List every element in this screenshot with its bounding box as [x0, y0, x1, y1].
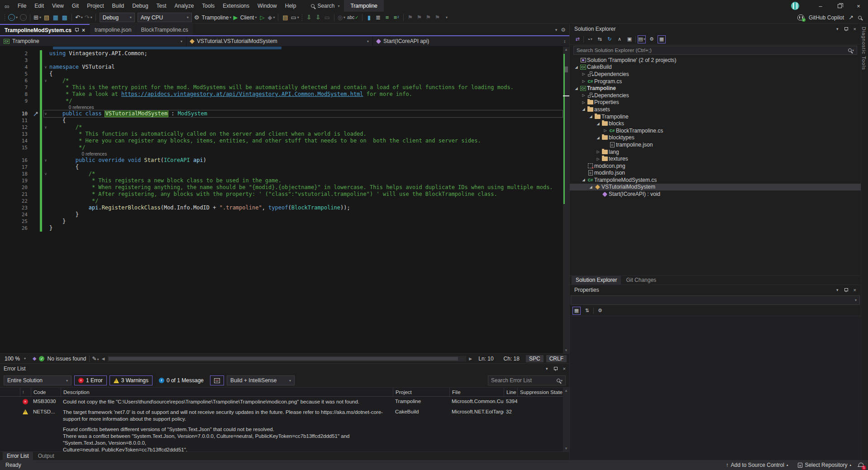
tree-item[interactable]: ▷Dependencies [570, 71, 861, 78]
pin-icon[interactable] [75, 28, 79, 32]
tree-item[interactable]: ▷textures [570, 155, 861, 162]
expander-icon[interactable]: ▷ [581, 93, 587, 97]
error-search-input[interactable]: Search Error List ▾ [488, 375, 566, 385]
refresh-icon[interactable]: ↻ [606, 35, 614, 43]
chevron-down-icon[interactable]: ▾ [836, 27, 839, 31]
close-icon[interactable]: × [82, 27, 85, 33]
menu-analyze[interactable]: Analyze [171, 0, 198, 12]
breadcrumb-project[interactable]: C# Trampoline ▾ [0, 36, 186, 46]
tab-git-changes[interactable]: Git Changes [622, 276, 660, 285]
errors-filter-button[interactable]: × 1 Error [74, 375, 107, 385]
fold-chevron-icon[interactable] [42, 138, 49, 144]
expander-icon[interactable]: ◢ [595, 122, 601, 126]
expander-icon[interactable]: ▷ [602, 128, 608, 133]
scroll-up-icon[interactable]: ▲ [563, 389, 569, 393]
codelens-row[interactable]: 0 references [12, 151, 563, 157]
fold-chevron-icon[interactable] [42, 84, 49, 91]
new-project-icon[interactable]: ⊞▾ [33, 13, 42, 23]
feedback-icon[interactable] [858, 16, 862, 19]
editor-vertical-scrollbar[interactable]: ▲ ▼ [563, 47, 569, 353]
startup-project-dropdown[interactable]: ⚙ Trampoline▾ [193, 13, 233, 23]
error-list-scrollbar[interactable]: ▲ ▼ [563, 388, 569, 451]
breadcrumb-type[interactable]: VSTutorial.VSTutorialModSystem ▾ [186, 36, 373, 46]
solution-platform-dropdown[interactable]: Any CPU▾ [138, 13, 192, 22]
space-mode-indicator[interactable]: SPC [526, 355, 544, 362]
caret-navigate-icon[interactable]: ▮ [365, 13, 374, 23]
share-icon[interactable]: ↗ [849, 13, 854, 23]
tree-item[interactable]: ◢C#TrampolineModSystem.cs [570, 176, 861, 184]
tree-item[interactable]: Start(ICoreAPI) : void [570, 190, 861, 198]
scroll-up-icon[interactable]: ▲ [563, 47, 569, 52]
maximize-button[interactable] [830, 0, 849, 12]
menu-edit[interactable]: Edit [30, 0, 48, 12]
document-tab[interactable]: BlockTrampoline.cs [136, 24, 192, 35]
expander-icon[interactable]: ◢ [581, 107, 587, 111]
copy-icon[interactable]: ▣ [625, 35, 634, 43]
indent-decrease-icon[interactable]: ≡ [383, 13, 392, 23]
fold-chevron-icon[interactable] [42, 91, 49, 98]
close-icon[interactable]: × [854, 26, 856, 32]
warnings-filter-button[interactable]: 3 Warnings [110, 375, 153, 385]
tree-item[interactable]: modicon.png [570, 162, 861, 170]
collapse-all-icon[interactable]: ∧ [615, 35, 624, 43]
attach-to-process-icon[interactable]: ⇩ [305, 13, 314, 23]
tree-item[interactable]: ▷Properties [570, 99, 861, 106]
menu-git[interactable]: Git [68, 0, 83, 12]
error-row[interactable]: NETSD...The target framework 'net7.0' is… [0, 407, 569, 424]
editor-horizontal-scrollbar[interactable] [108, 356, 467, 361]
bookmark-next-icon[interactable]: ⚑ [424, 13, 433, 23]
quick-actions-icon[interactable] [33, 112, 38, 116]
toolbar-overflow-icon[interactable]: ▾ [442, 13, 451, 23]
scroll-down-icon[interactable]: ▼ [563, 348, 569, 352]
fold-chevron-icon[interactable]: ∨ [42, 77, 49, 84]
tree-item[interactable]: {}trampoline.json [570, 141, 861, 148]
tree-item[interactable]: ◢blocktypes [570, 134, 861, 142]
tree-item[interactable]: ▷lang [570, 148, 861, 156]
fold-chevron-icon[interactable] [42, 98, 49, 104]
tree-item[interactable]: ◢C#CakeBuild [570, 64, 861, 71]
tree-item[interactable]: ▷Dependencies [570, 92, 861, 99]
expander-icon[interactable]: ▷ [581, 79, 587, 83]
fold-chevron-icon[interactable]: ∨ [42, 171, 49, 177]
menu-debug[interactable]: Debug [128, 0, 152, 12]
column-suppression[interactable]: Suppression State [517, 388, 569, 397]
pin-icon[interactable] [844, 27, 848, 31]
tree-item[interactable]: Solution 'Trampoline' (2 of 2 projects) [570, 57, 861, 64]
save-icon[interactable]: ▦ [51, 13, 60, 23]
scroll-right-icon[interactable]: ▶ [469, 356, 472, 361]
menu-tools[interactable]: Tools [198, 0, 219, 12]
tree-item[interactable]: ◢C#Trampoline [570, 85, 861, 92]
fold-chevron-icon[interactable] [42, 198, 49, 204]
expander-icon[interactable]: ▷ [595, 150, 601, 154]
fold-chevron-icon[interactable] [42, 204, 49, 211]
messages-filter-button[interactable]: i 0 of 1 Message [155, 375, 207, 385]
properties-object-dropdown[interactable]: ▾ [571, 295, 860, 305]
save-all-icon[interactable]: ▩ [60, 13, 69, 23]
sync-with-active-document-icon[interactable]: ⇄ [573, 35, 582, 43]
fold-chevron-icon[interactable] [42, 131, 49, 138]
pin-icon[interactable] [553, 367, 558, 371]
fold-chevron-icon[interactable] [42, 218, 49, 225]
document-tab[interactable]: trampoline.json [90, 24, 136, 35]
toolbar-drag-handle[interactable] [4, 14, 6, 21]
column-file[interactable]: File [449, 388, 504, 397]
code-editor[interactable]: 2using Vintagestory.API.Common;34∨namesp… [0, 47, 569, 353]
code-structure-icon[interactable]: ≣ [374, 13, 383, 23]
fold-chevron-icon[interactable]: ∨ [42, 110, 49, 117]
file-nesting-icon[interactable]: ▤▾ [638, 35, 646, 43]
window-settings-gear-icon[interactable]: ⚙ [561, 27, 566, 33]
expander-icon[interactable]: ◢ [581, 178, 587, 182]
severity-column-icon[interactable]: ! [20, 388, 31, 397]
column-line[interactable]: Line [504, 388, 517, 397]
menu-help[interactable]: Help [281, 0, 300, 12]
fold-chevron-icon[interactable] [42, 164, 49, 171]
start-debug-button[interactable]: ▶ Client▾ [232, 13, 258, 23]
expander-icon[interactable]: ◢ [588, 114, 594, 119]
property-pages-icon[interactable]: ⚙ [596, 307, 604, 315]
solution-configuration-dropdown[interactable]: Debug▾ [100, 13, 135, 22]
properties-wrench-icon[interactable]: ⚙ [648, 35, 656, 43]
expander-icon[interactable]: ▷ [581, 72, 587, 76]
navigate-forward-button[interactable]: → [19, 13, 28, 23]
document-health-icon[interactable]: ◆ [33, 356, 36, 361]
github-copilot-label[interactable]: GitHub Copilot [809, 14, 844, 21]
